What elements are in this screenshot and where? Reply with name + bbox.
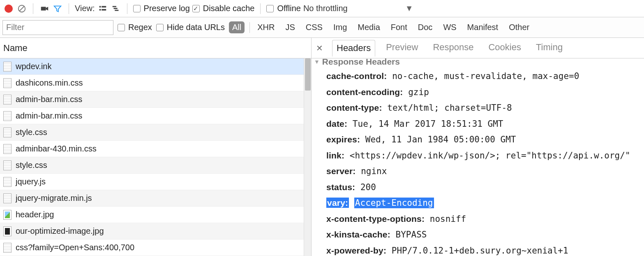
header-key: cache-control:	[326, 71, 387, 81]
filter-icon[interactable]	[52, 3, 63, 14]
offline-label: Offline	[277, 4, 300, 13]
regex-toggle[interactable]: Regex	[118, 23, 152, 32]
request-row[interactable]: adminbar-430.min.css	[0, 141, 311, 157]
tab-cookies[interactable]: Cookies	[484, 40, 525, 56]
throttling-dropdown[interactable]: No throttling ▼	[303, 4, 413, 13]
filter-type-list: XHRJSCSSImgMediaFontDocWSManifestOther	[255, 22, 532, 33]
header-row[interactable]: x-content-type-options: nosniff	[312, 211, 644, 227]
header-row[interactable]: content-type: text/html; charset=UTF-8	[312, 100, 644, 116]
header-value: Wed, 11 Jan 1984 05:00:00 GMT	[365, 135, 516, 144]
tab-timing[interactable]: Timing	[532, 40, 567, 56]
header-row[interactable]: expires: Wed, 11 Jan 1984 05:00:00 GMT	[312, 132, 644, 148]
document-icon	[3, 62, 12, 72]
svg-rect-3	[99, 6, 101, 7]
header-value: no-cache, must-revalidate, max-age=0	[392, 71, 579, 81]
requests-pane: Name wpdev.inkdashicons.min.cssadmin-bar…	[0, 38, 312, 256]
header-row[interactable]: date: Tue, 14 Mar 2017 18:51:31 GMT	[312, 116, 644, 132]
filter-type-doc[interactable]: Doc	[415, 22, 435, 33]
header-row[interactable]: content-encoding: gzip	[312, 84, 644, 100]
header-row[interactable]: link: <https://wpdev.ink/wp-json/>; rel=…	[312, 148, 644, 164]
filter-type-img[interactable]: Img	[331, 22, 349, 33]
filter-type-media[interactable]: Media	[355, 22, 382, 33]
scrollbar[interactable]	[304, 58, 311, 256]
details-pane: ✕ HeadersPreviewResponseCookiesTiming ▼ …	[312, 38, 644, 256]
close-icon[interactable]: ✕	[314, 43, 325, 54]
header-value: PHP/7.0.12-1+deb.sury.org~xenial+1	[392, 246, 568, 256]
chevron-down-icon: ▼	[405, 4, 413, 13]
request-row[interactable]: admin-bar.min.css	[0, 91, 311, 108]
separator	[127, 3, 127, 14]
separator	[69, 3, 69, 14]
header-key: x-kinsta-cache:	[326, 230, 390, 239]
tab-preview[interactable]: Preview	[382, 40, 422, 56]
network-toolbar-filter: Regex Hide data URLs All XHRJSCSSImgMedi…	[0, 17, 644, 38]
tab-headers[interactable]: Headers	[332, 40, 375, 57]
checkbox-icon	[266, 5, 274, 12]
svg-rect-4	[102, 6, 106, 7]
camera-icon[interactable]	[39, 3, 50, 14]
checkbox-checked-icon	[192, 5, 200, 12]
filter-type-js[interactable]: JS	[283, 22, 297, 33]
hide-data-urls-toggle[interactable]: Hide data URLs	[156, 23, 225, 32]
offline-toggle[interactable]: Offline	[266, 4, 300, 13]
header-row[interactable]: server: nginx	[312, 163, 644, 179]
filter-type-other[interactable]: Other	[506, 22, 532, 33]
header-row[interactable]: cache-control: no-cache, must-revalidate…	[312, 68, 644, 84]
header-value: BYPASS	[396, 230, 427, 240]
record-button[interactable]	[3, 3, 14, 14]
request-name: jquery-migrate.min.js	[16, 193, 92, 203]
disable-cache-toggle[interactable]: Disable cache	[192, 4, 255, 13]
preserve-log-label: Preserve log	[144, 4, 190, 13]
document-icon	[3, 111, 12, 121]
filter-type-font[interactable]: Font	[388, 22, 410, 33]
svg-rect-5	[99, 9, 101, 10]
header-key: x-powered-by:	[326, 246, 386, 255]
clear-icon[interactable]	[16, 3, 27, 14]
preserve-log-toggle[interactable]: Preserve log	[133, 4, 190, 13]
view-label: View:	[75, 4, 95, 13]
request-name: dashicons.min.css	[16, 78, 83, 88]
request-row[interactable]: our-optimized-image.jpg	[0, 223, 311, 240]
request-row[interactable]: dashicons.min.css	[0, 75, 311, 91]
request-name: jquery.js	[16, 177, 46, 186]
request-name: wpdev.ink	[16, 62, 51, 71]
header-value: 200	[360, 182, 376, 192]
request-name: adminbar-430.min.css	[16, 144, 97, 154]
network-toolbar-primary: View: Preserve log Disable cache Offline…	[0, 0, 644, 17]
view-waterfall-icon[interactable]	[111, 3, 121, 14]
checkbox-icon	[118, 24, 125, 31]
request-row[interactable]: wpdev.ink	[0, 58, 311, 75]
filter-type-xhr[interactable]: XHR	[255, 22, 277, 33]
header-row[interactable]: x-powered-by: PHP/7.0.12-1+deb.sury.org~…	[312, 243, 644, 256]
request-row[interactable]: style.css	[0, 124, 311, 141]
request-row[interactable]: jquery-migrate.min.js	[0, 190, 311, 207]
header-row[interactable]: status: 200	[312, 179, 644, 195]
header-row[interactable]: x-kinsta-cache: BYPASS	[312, 227, 644, 243]
header-row[interactable]: vary: Accept-Encoding	[312, 195, 644, 211]
request-row[interactable]: admin-bar.min.css	[0, 108, 311, 124]
document-icon	[3, 95, 12, 105]
checkbox-icon	[133, 5, 141, 12]
filter-type-all[interactable]: All	[229, 21, 245, 33]
request-list: wpdev.inkdashicons.min.cssadmin-bar.min.…	[0, 58, 311, 256]
request-row[interactable]: jquery.js	[0, 174, 311, 190]
request-row[interactable]: header.jpg	[0, 207, 311, 223]
header-value: Accept-Encoding	[354, 198, 434, 208]
filter-input[interactable]	[2, 20, 113, 35]
header-key: x-content-type-options:	[326, 214, 425, 223]
filter-type-css[interactable]: CSS	[303, 22, 325, 33]
request-row[interactable]: css?family=Open+Sans:400,700	[0, 240, 311, 256]
svg-rect-7	[112, 6, 116, 7]
filter-type-manifest[interactable]: Manifest	[465, 22, 501, 33]
document-icon	[3, 243, 12, 253]
column-header-name[interactable]: Name	[0, 38, 311, 58]
request-name: admin-bar.min.css	[16, 95, 82, 104]
view-list-icon[interactable]	[97, 3, 108, 14]
request-row[interactable]: style.css	[0, 157, 311, 174]
tab-response[interactable]: Response	[429, 40, 478, 56]
filter-type-ws[interactable]: WS	[441, 22, 459, 33]
response-headers-section[interactable]: ▼ Response Headers	[312, 58, 644, 68]
header-value: gzip	[408, 87, 429, 97]
scrollbar-thumb[interactable]	[305, 58, 311, 91]
separator	[260, 3, 261, 14]
